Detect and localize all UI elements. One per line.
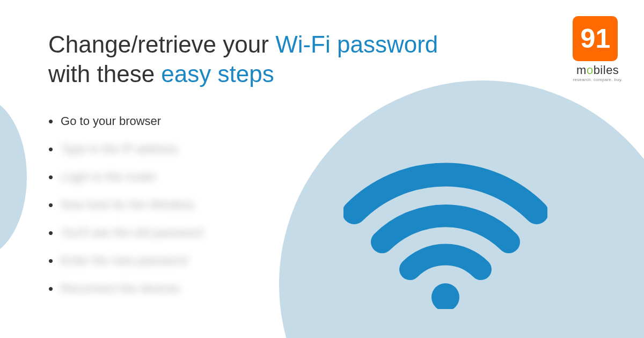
step-text: Enter the new password [61,254,187,268]
logo-word-post: biles [594,63,619,77]
step-item-visible: Go to your browser [48,114,612,128]
headline: Change/retrieve your Wi-Fi password with… [48,30,478,89]
headline-accent2: easy steps [161,61,274,87]
step-text: Now look for the Wireless [61,198,194,212]
brand-logo: 91 mobiles research. compare. buy. [573,16,623,82]
logo-tagline: research. compare. buy. [573,77,623,82]
step-text: Go to your browser [61,114,161,128]
logo-number: 91 [581,23,611,54]
logo-wordmark: mobiles [573,63,623,77]
step-text: Type in the IP address [61,142,178,156]
step-text: Reconnect the devices [61,282,180,296]
step-text: Login to the router [61,170,157,184]
logo-word-pre: m [576,63,587,77]
logo-power-icon: o [587,63,594,77]
headline-part2: with these [48,61,161,87]
logo-number-box: 91 [573,16,618,61]
step-text: You'll see the old password [61,226,203,240]
svg-point-0 [431,283,459,309]
main-content: Change/retrieve your Wi-Fi password with… [0,0,644,296]
headline-accent1: Wi-Fi password [275,31,438,57]
headline-part1: Change/retrieve your [48,31,275,57]
wifi-icon [343,148,547,311]
